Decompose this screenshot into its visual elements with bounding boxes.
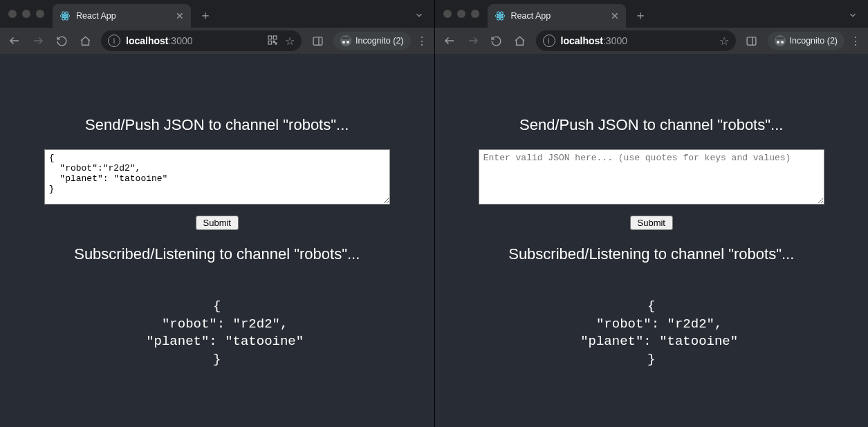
- new-tab-button[interactable]: ＋: [631, 6, 649, 24]
- qr-share-icon[interactable]: [267, 35, 279, 47]
- tab-strip: React App ✕ ＋: [435, 0, 869, 28]
- site-info-icon[interactable]: i: [543, 35, 555, 47]
- page-content: Send/Push JSON to channel "robots"... Su…: [435, 54, 869, 427]
- nav-back-button[interactable]: [4, 30, 25, 51]
- address-bar[interactable]: i localhost:3000 ☆: [101, 30, 302, 51]
- reload-button[interactable]: [51, 30, 72, 51]
- nav-forward-button[interactable]: [463, 30, 483, 51]
- browser-toolbar: i localhost:3000 ☆ Incognito (2) ⋮: [435, 28, 869, 54]
- svg-rect-7: [273, 36, 277, 39]
- reload-button[interactable]: [486, 30, 507, 51]
- browser-tab[interactable]: React App ✕: [53, 4, 191, 28]
- incognito-label: Incognito (2): [355, 36, 403, 46]
- browser-window-left: React App ✕ ＋ i localhost:3000: [0, 0, 434, 427]
- browser-window-right: React App ✕ ＋ i localhost:3000 ☆: [434, 0, 869, 427]
- traffic-zoom-icon[interactable]: [471, 10, 479, 18]
- traffic-minimize-icon[interactable]: [22, 10, 30, 18]
- address-text: localhost:3000: [561, 35, 714, 46]
- page-content: Send/Push JSON to channel "robots"... Su…: [0, 54, 434, 427]
- traffic-close-icon[interactable]: [8, 10, 17, 18]
- traffic-close-icon[interactable]: [443, 10, 452, 18]
- address-bar[interactable]: i localhost:3000 ☆: [536, 30, 736, 51]
- svg-rect-10: [275, 43, 277, 44]
- received-json: { "robot": "r2d2", "planet": "tatooine" …: [44, 298, 390, 369]
- window-controls: [441, 10, 485, 18]
- tab-close-icon[interactable]: ✕: [176, 10, 184, 21]
- bookmark-star-icon[interactable]: ☆: [285, 35, 295, 48]
- site-info-icon[interactable]: i: [108, 35, 120, 47]
- address-text: localhost:3000: [126, 35, 261, 46]
- bookmark-star-icon[interactable]: ☆: [719, 35, 729, 48]
- browser-menu-icon[interactable]: ⋮: [847, 35, 864, 48]
- tabs-dropdown-icon[interactable]: [409, 6, 429, 25]
- svg-point-0: [64, 15, 66, 17]
- listen-heading: Subscribed/Listening to channel "robots"…: [508, 245, 794, 263]
- side-panel-icon[interactable]: [741, 30, 762, 51]
- tab-close-icon[interactable]: ✕: [611, 10, 619, 21]
- nav-forward-button[interactable]: [28, 30, 48, 51]
- incognito-label: Incognito (2): [790, 36, 838, 46]
- new-tab-button[interactable]: ＋: [196, 6, 214, 24]
- side-panel-icon[interactable]: [307, 30, 328, 51]
- window-controls: [6, 10, 50, 18]
- received-json: { "robot": "r2d2", "planet": "tatooine" …: [479, 298, 824, 369]
- svg-rect-6: [268, 36, 272, 39]
- json-input[interactable]: [479, 149, 824, 205]
- browser-menu-icon[interactable]: ⋮: [414, 35, 430, 48]
- browser-tab[interactable]: React App ✕: [488, 4, 626, 28]
- react-favicon-icon: [495, 10, 506, 21]
- submit-button[interactable]: Submit: [196, 216, 239, 230]
- incognito-badge[interactable]: Incognito (2): [768, 32, 844, 50]
- tab-title: React App: [76, 11, 170, 21]
- svg-point-13: [499, 15, 501, 17]
- listen-heading: Subscribed/Listening to channel "robots"…: [74, 245, 360, 263]
- home-button[interactable]: [75, 30, 95, 51]
- incognito-badge[interactable]: Incognito (2): [333, 32, 410, 50]
- traffic-zoom-icon[interactable]: [36, 10, 44, 18]
- send-heading: Send/Push JSON to channel "robots"...: [519, 116, 783, 134]
- traffic-minimize-icon[interactable]: [457, 10, 465, 18]
- tab-title: React App: [511, 11, 605, 21]
- svg-rect-11: [313, 37, 322, 44]
- svg-rect-8: [268, 41, 272, 44]
- send-heading: Send/Push JSON to channel "robots"...: [85, 116, 349, 134]
- incognito-icon: [340, 35, 351, 46]
- tabs-dropdown-icon[interactable]: [843, 6, 862, 25]
- tab-strip: React App ✕ ＋: [0, 0, 434, 28]
- json-input[interactable]: [44, 149, 390, 205]
- home-button[interactable]: [510, 30, 530, 51]
- submit-button[interactable]: Submit: [630, 216, 673, 230]
- react-favicon-icon: [59, 10, 71, 21]
- svg-rect-9: [273, 41, 275, 42]
- svg-rect-19: [747, 37, 756, 44]
- nav-back-button[interactable]: [439, 30, 460, 51]
- incognito-icon: [775, 35, 786, 46]
- browser-toolbar: i localhost:3000 ☆ Incognito (2) ⋮: [0, 28, 434, 54]
